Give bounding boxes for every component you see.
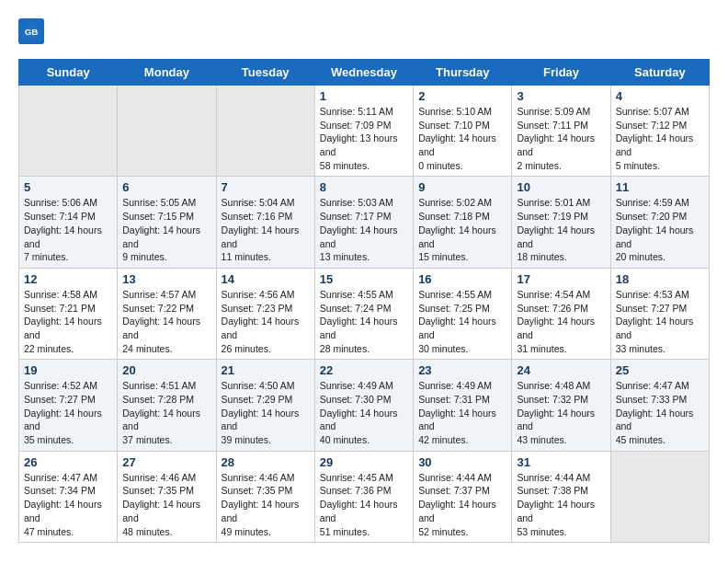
table-row: 3 Sunrise: 5:09 AM Sunset: 7:11 PM Dayli… bbox=[512, 86, 610, 177]
day-number: 15 bbox=[320, 272, 408, 286]
cell-content: Sunrise: 4:45 AM Sunset: 7:36 PM Dayligh… bbox=[320, 472, 398, 537]
day-number: 7 bbox=[222, 180, 310, 194]
table-row: 16 Sunrise: 4:55 AM Sunset: 7:25 PM Dayl… bbox=[414, 268, 512, 359]
cell-content: Sunrise: 5:01 AM Sunset: 7:19 PM Dayligh… bbox=[517, 197, 595, 262]
cell-content: Sunrise: 4:46 AM Sunset: 7:35 PM Dayligh… bbox=[122, 472, 200, 537]
col-thursday: Thursday bbox=[414, 60, 512, 86]
table-row: 10 Sunrise: 5:01 AM Sunset: 7:19 PM Dayl… bbox=[512, 177, 610, 268]
day-number: 25 bbox=[616, 363, 704, 377]
day-number: 6 bbox=[122, 180, 210, 194]
day-number: 1 bbox=[320, 89, 408, 103]
header: GB bbox=[18, 18, 710, 44]
calendar-body: 1 Sunrise: 5:11 AM Sunset: 7:09 PM Dayli… bbox=[19, 86, 710, 543]
cell-content: Sunrise: 4:46 AM Sunset: 7:35 PM Dayligh… bbox=[222, 472, 300, 537]
day-number: 9 bbox=[418, 180, 506, 194]
table-row: 13 Sunrise: 4:57 AM Sunset: 7:22 PM Dayl… bbox=[118, 268, 216, 359]
cell-content: Sunrise: 4:53 AM Sunset: 7:27 PM Dayligh… bbox=[616, 289, 694, 354]
day-number: 30 bbox=[418, 455, 506, 469]
table-row: 22 Sunrise: 4:49 AM Sunset: 7:30 PM Dayl… bbox=[314, 360, 413, 451]
table-row: 18 Sunrise: 4:53 AM Sunset: 7:27 PM Dayl… bbox=[610, 268, 709, 359]
calendar-week-5: 26 Sunrise: 4:47 AM Sunset: 7:34 PM Dayl… bbox=[19, 451, 710, 542]
table-row: 12 Sunrise: 4:58 AM Sunset: 7:21 PM Dayl… bbox=[19, 268, 118, 359]
col-wednesday: Wednesday bbox=[314, 60, 413, 86]
col-tuesday: Tuesday bbox=[216, 60, 314, 86]
cell-content: Sunrise: 5:05 AM Sunset: 7:15 PM Dayligh… bbox=[122, 197, 200, 262]
table-row: 7 Sunrise: 5:04 AM Sunset: 7:16 PM Dayli… bbox=[216, 177, 314, 268]
day-number: 26 bbox=[24, 455, 112, 469]
day-number: 3 bbox=[517, 89, 605, 103]
logo-icon: GB bbox=[18, 18, 44, 44]
cell-content: Sunrise: 4:55 AM Sunset: 7:24 PM Dayligh… bbox=[320, 289, 398, 354]
table-row bbox=[610, 451, 709, 542]
cell-content: Sunrise: 4:44 AM Sunset: 7:37 PM Dayligh… bbox=[418, 472, 496, 537]
table-row: 24 Sunrise: 4:48 AM Sunset: 7:32 PM Dayl… bbox=[512, 360, 610, 451]
table-row: 4 Sunrise: 5:07 AM Sunset: 7:12 PM Dayli… bbox=[610, 86, 709, 177]
day-number: 28 bbox=[222, 455, 310, 469]
day-number: 17 bbox=[517, 272, 605, 286]
table-row bbox=[19, 86, 118, 177]
day-number: 10 bbox=[517, 180, 605, 194]
day-number: 5 bbox=[24, 180, 112, 194]
cell-content: Sunrise: 4:49 AM Sunset: 7:30 PM Dayligh… bbox=[320, 380, 398, 445]
table-row: 20 Sunrise: 4:51 AM Sunset: 7:28 PM Dayl… bbox=[118, 360, 216, 451]
table-row: 14 Sunrise: 4:56 AM Sunset: 7:23 PM Dayl… bbox=[216, 268, 314, 359]
cell-content: Sunrise: 4:52 AM Sunset: 7:27 PM Dayligh… bbox=[24, 380, 102, 445]
table-row: 29 Sunrise: 4:45 AM Sunset: 7:36 PM Dayl… bbox=[314, 451, 413, 542]
cell-content: Sunrise: 4:58 AM Sunset: 7:21 PM Dayligh… bbox=[24, 289, 102, 354]
table-row: 17 Sunrise: 4:54 AM Sunset: 7:26 PM Dayl… bbox=[512, 268, 610, 359]
day-number: 24 bbox=[517, 363, 605, 377]
calendar-week-2: 5 Sunrise: 5:06 AM Sunset: 7:14 PM Dayli… bbox=[19, 177, 710, 268]
col-monday: Monday bbox=[118, 60, 216, 86]
cell-content: Sunrise: 4:47 AM Sunset: 7:34 PM Dayligh… bbox=[24, 472, 102, 537]
table-row: 23 Sunrise: 4:49 AM Sunset: 7:31 PM Dayl… bbox=[414, 360, 512, 451]
day-number: 31 bbox=[517, 455, 605, 469]
table-row: 28 Sunrise: 4:46 AM Sunset: 7:35 PM Dayl… bbox=[216, 451, 314, 542]
table-row: 25 Sunrise: 4:47 AM Sunset: 7:33 PM Dayl… bbox=[610, 360, 709, 451]
cell-content: Sunrise: 4:51 AM Sunset: 7:28 PM Dayligh… bbox=[122, 380, 200, 445]
table-row bbox=[118, 86, 216, 177]
cell-content: Sunrise: 4:55 AM Sunset: 7:25 PM Dayligh… bbox=[418, 289, 496, 354]
svg-text:GB: GB bbox=[25, 27, 39, 37]
cell-content: Sunrise: 5:09 AM Sunset: 7:11 PM Dayligh… bbox=[517, 106, 595, 171]
table-row: 1 Sunrise: 5:11 AM Sunset: 7:09 PM Dayli… bbox=[314, 86, 413, 177]
day-number: 11 bbox=[616, 180, 704, 194]
cell-content: Sunrise: 4:48 AM Sunset: 7:32 PM Dayligh… bbox=[517, 380, 595, 445]
table-row: 26 Sunrise: 4:47 AM Sunset: 7:34 PM Dayl… bbox=[19, 451, 118, 542]
col-sunday: Sunday bbox=[19, 60, 118, 86]
day-number: 13 bbox=[122, 272, 210, 286]
calendar-table: Sunday Monday Tuesday Wednesday Thursday… bbox=[18, 59, 710, 543]
cell-content: Sunrise: 4:56 AM Sunset: 7:23 PM Dayligh… bbox=[222, 289, 300, 354]
day-number: 23 bbox=[418, 363, 506, 377]
table-row: 9 Sunrise: 5:02 AM Sunset: 7:18 PM Dayli… bbox=[414, 177, 512, 268]
table-row bbox=[216, 86, 314, 177]
col-friday: Friday bbox=[512, 60, 610, 86]
table-row: 30 Sunrise: 4:44 AM Sunset: 7:37 PM Dayl… bbox=[414, 451, 512, 542]
day-number: 14 bbox=[222, 272, 310, 286]
table-row: 2 Sunrise: 5:10 AM Sunset: 7:10 PM Dayli… bbox=[414, 86, 512, 177]
day-number: 21 bbox=[222, 363, 310, 377]
day-number: 8 bbox=[320, 180, 408, 194]
header-row: Sunday Monday Tuesday Wednesday Thursday… bbox=[19, 60, 710, 86]
cell-content: Sunrise: 5:04 AM Sunset: 7:16 PM Dayligh… bbox=[222, 197, 300, 262]
cell-content: Sunrise: 4:57 AM Sunset: 7:22 PM Dayligh… bbox=[122, 289, 200, 354]
table-row: 6 Sunrise: 5:05 AM Sunset: 7:15 PM Dayli… bbox=[118, 177, 216, 268]
table-row: 27 Sunrise: 4:46 AM Sunset: 7:35 PM Dayl… bbox=[118, 451, 216, 542]
day-number: 19 bbox=[24, 363, 112, 377]
day-number: 4 bbox=[616, 89, 704, 103]
cell-content: Sunrise: 4:47 AM Sunset: 7:33 PM Dayligh… bbox=[616, 380, 694, 445]
cell-content: Sunrise: 5:11 AM Sunset: 7:09 PM Dayligh… bbox=[320, 106, 398, 171]
logo: GB bbox=[18, 18, 48, 44]
day-number: 16 bbox=[418, 272, 506, 286]
cell-content: Sunrise: 4:54 AM Sunset: 7:26 PM Dayligh… bbox=[517, 289, 595, 354]
cell-content: Sunrise: 5:07 AM Sunset: 7:12 PM Dayligh… bbox=[616, 106, 694, 171]
table-row: 21 Sunrise: 4:50 AM Sunset: 7:29 PM Dayl… bbox=[216, 360, 314, 451]
day-number: 27 bbox=[122, 455, 210, 469]
cell-content: Sunrise: 5:02 AM Sunset: 7:18 PM Dayligh… bbox=[418, 197, 496, 262]
table-row: 19 Sunrise: 4:52 AM Sunset: 7:27 PM Dayl… bbox=[19, 360, 118, 451]
day-number: 2 bbox=[418, 89, 506, 103]
cell-content: Sunrise: 4:49 AM Sunset: 7:31 PM Dayligh… bbox=[418, 380, 496, 445]
calendar-week-1: 1 Sunrise: 5:11 AM Sunset: 7:09 PM Dayli… bbox=[19, 86, 710, 177]
col-saturday: Saturday bbox=[610, 60, 709, 86]
table-row: 11 Sunrise: 4:59 AM Sunset: 7:20 PM Dayl… bbox=[610, 177, 709, 268]
table-row: 8 Sunrise: 5:03 AM Sunset: 7:17 PM Dayli… bbox=[314, 177, 413, 268]
